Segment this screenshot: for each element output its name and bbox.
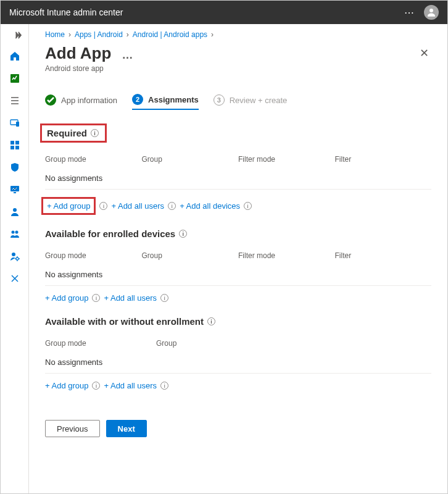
tab-label: App information [61,96,117,105]
section-required: Required i Group mode Group Filter mode … [45,124,431,215]
col-group-mode: Group mode [45,251,142,260]
nav-security[interactable] [1,157,29,177]
main-content: Home › Apps | Android › Android | Androi… [29,24,447,494]
list-icon [10,96,20,106]
col-group: Group [142,251,239,260]
svg-point-0 [429,9,433,12]
app-title: Microsoft Intune admin center [9,7,123,17]
breadcrumb: Home › Apps | Android › Android | Androi… [45,30,431,39]
svg-point-10 [13,208,17,212]
breadcrumb-home[interactable]: Home [45,30,65,39]
wizard-tabs: App information 2 Assignments 3 Review +… [45,94,431,110]
user-icon [426,7,437,18]
table-header: Group mode Group [45,335,431,351]
svg-rect-4 [10,141,14,144]
table-header: Group mode Group Filter mode Filter [45,248,431,264]
home-icon [10,51,20,61]
table-empty-row: No assignments [45,167,431,190]
close-button[interactable]: ✕ [417,44,431,62]
previous-button[interactable]: Previous [45,420,100,437]
add-all-users-link[interactable]: + Add all users [104,381,157,390]
info-icon[interactable]: i [92,382,100,390]
add-group-link[interactable]: + Add group [45,293,88,303]
section-title: Available for enrolled devices [45,228,175,239]
nav-reports[interactable] [1,180,29,199]
col-filter-mode: Filter mode [238,155,335,164]
section-enrolled-heading: Available for enrolled devices i [45,228,187,239]
dashboard-icon [10,73,20,83]
breadcrumb-android-apps[interactable]: Android | Android apps [133,30,207,39]
section-without-enrollment: Available with or without enrollment i G… [45,316,431,390]
chevron-double-right-icon [14,31,22,40]
nav-dashboard[interactable] [1,69,29,88]
col-group-mode: Group mode [45,339,156,348]
nav-groups[interactable] [1,224,29,244]
users-group-icon [10,229,20,239]
svg-point-14 [16,257,19,260]
info-icon[interactable]: i [168,202,176,210]
add-all-devices-link[interactable]: + Add all devices [180,201,240,211]
table-empty-row: No assignments [45,351,431,374]
section-enrolled: Available for enrolled devices i Group m… [45,228,431,303]
user-avatar[interactable] [424,5,439,20]
add-group-link[interactable]: + Add group [45,381,88,390]
section-title: Required [47,128,87,138]
col-group: Group [142,155,239,164]
user-gear-icon [10,251,20,261]
nav-apps[interactable] [1,135,29,155]
svg-point-11 [11,231,14,234]
chevron-right-icon: › [211,30,214,39]
add-all-users-link[interactable]: + Add all users [104,293,157,303]
nav-all-services[interactable] [1,91,29,111]
chevron-right-icon: › [127,30,129,39]
page-more-menu[interactable]: … [122,49,135,61]
info-icon[interactable]: i [99,202,107,210]
tools-icon [10,274,20,283]
info-icon[interactable]: i [160,294,168,302]
user-single-icon [10,207,20,217]
add-all-users-link[interactable]: + Add all users [111,201,164,211]
info-icon[interactable]: i [91,129,99,137]
step-number: 2 [132,94,143,105]
info-icon[interactable]: i [207,317,215,325]
info-icon[interactable]: i [244,202,252,210]
shield-icon [10,162,20,172]
tab-review-create[interactable]: 3 Review + create [214,94,288,109]
wizard-footer: Previous Next [45,411,431,437]
tab-label: Assignments [148,95,199,104]
svg-point-12 [15,231,18,234]
svg-rect-5 [15,141,19,144]
page-title: Add App [45,44,111,62]
monitor-icon [10,185,20,195]
sidenav [1,24,29,494]
col-group: Group [156,339,431,348]
nav-users[interactable] [1,202,29,222]
svg-rect-9 [14,192,16,193]
next-button[interactable]: Next [106,420,147,437]
info-icon[interactable]: i [92,294,100,302]
collapse-nav-button[interactable] [1,27,28,44]
svg-rect-3 [16,122,19,127]
info-icon[interactable]: i [160,382,168,390]
nav-home[interactable] [1,46,29,66]
tab-app-information[interactable]: App information [45,94,117,109]
tab-assignments[interactable]: 2 Assignments [132,94,199,110]
section-required-heading: Required i [40,124,107,143]
breadcrumb-apps-android[interactable]: Apps | Android [75,30,123,39]
section-title: Available with or without enrollment [45,316,204,327]
svg-rect-6 [10,146,14,149]
more-menu[interactable]: ⋯ [404,7,415,19]
col-filter: Filter [335,155,432,164]
nav-devices[interactable] [1,113,29,133]
col-group-mode: Group mode [45,155,142,164]
table-header: Group mode Group Filter mode Filter [45,151,431,167]
svg-point-13 [12,253,15,256]
apps-icon [10,140,20,150]
page-subtitle: Android store app [45,64,135,73]
add-group-link[interactable]: + Add group [41,197,96,215]
nav-troubleshoot[interactable] [1,269,29,288]
info-icon[interactable]: i [179,230,187,238]
nav-tenant[interactable] [1,246,29,266]
table-empty-row: No assignments [45,264,431,286]
tab-label: Review + create [230,96,288,105]
